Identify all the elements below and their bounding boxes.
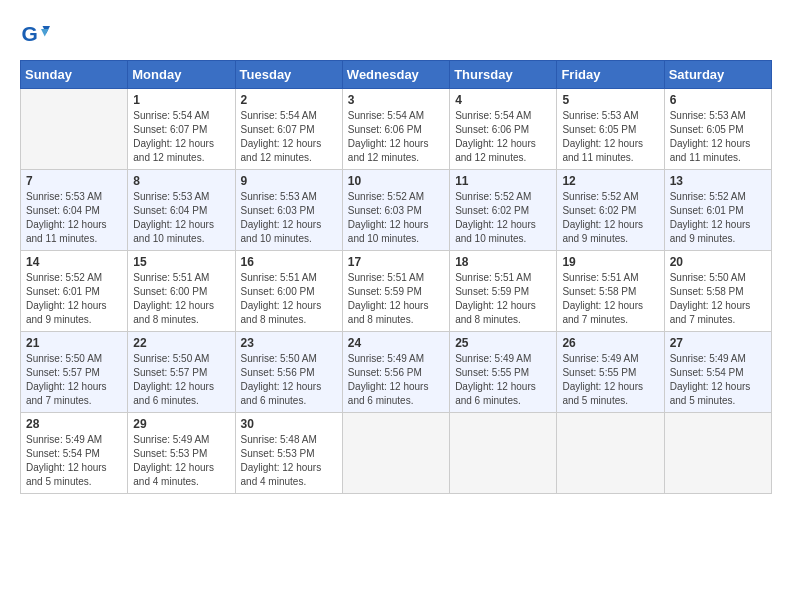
day-info: Sunrise: 5:49 AM Sunset: 5:55 PM Dayligh… <box>455 352 551 408</box>
day-number: 15 <box>133 255 229 269</box>
calendar-cell: 10Sunrise: 5:52 AM Sunset: 6:03 PM Dayli… <box>342 170 449 251</box>
day-number: 14 <box>26 255 122 269</box>
day-number: 9 <box>241 174 337 188</box>
day-number: 30 <box>241 417 337 431</box>
day-number: 27 <box>670 336 766 350</box>
day-info: Sunrise: 5:52 AM Sunset: 6:03 PM Dayligh… <box>348 190 444 246</box>
calendar-cell: 13Sunrise: 5:52 AM Sunset: 6:01 PM Dayli… <box>664 170 771 251</box>
day-number: 23 <box>241 336 337 350</box>
calendar-cell: 16Sunrise: 5:51 AM Sunset: 6:00 PM Dayli… <box>235 251 342 332</box>
calendar-cell: 18Sunrise: 5:51 AM Sunset: 5:59 PM Dayli… <box>450 251 557 332</box>
weekday-header-row: SundayMondayTuesdayWednesdayThursdayFrid… <box>21 61 772 89</box>
day-number: 7 <box>26 174 122 188</box>
calendar-cell: 17Sunrise: 5:51 AM Sunset: 5:59 PM Dayli… <box>342 251 449 332</box>
day-info: Sunrise: 5:53 AM Sunset: 6:05 PM Dayligh… <box>562 109 658 165</box>
calendar-cell: 19Sunrise: 5:51 AM Sunset: 5:58 PM Dayli… <box>557 251 664 332</box>
calendar-table: SundayMondayTuesdayWednesdayThursdayFrid… <box>20 60 772 494</box>
day-number: 10 <box>348 174 444 188</box>
calendar-week-row: 1Sunrise: 5:54 AM Sunset: 6:07 PM Daylig… <box>21 89 772 170</box>
day-info: Sunrise: 5:48 AM Sunset: 5:53 PM Dayligh… <box>241 433 337 489</box>
logo-icon: G <box>20 20 50 50</box>
calendar-cell: 23Sunrise: 5:50 AM Sunset: 5:56 PM Dayli… <box>235 332 342 413</box>
day-info: Sunrise: 5:54 AM Sunset: 6:06 PM Dayligh… <box>348 109 444 165</box>
day-info: Sunrise: 5:53 AM Sunset: 6:04 PM Dayligh… <box>26 190 122 246</box>
calendar-cell: 29Sunrise: 5:49 AM Sunset: 5:53 PM Dayli… <box>128 413 235 494</box>
weekday-header: Monday <box>128 61 235 89</box>
calendar-cell <box>21 89 128 170</box>
day-info: Sunrise: 5:49 AM Sunset: 5:54 PM Dayligh… <box>26 433 122 489</box>
day-number: 26 <box>562 336 658 350</box>
svg-text:G: G <box>22 22 38 45</box>
calendar-cell: 28Sunrise: 5:49 AM Sunset: 5:54 PM Dayli… <box>21 413 128 494</box>
weekday-header: Saturday <box>664 61 771 89</box>
calendar-cell: 27Sunrise: 5:49 AM Sunset: 5:54 PM Dayli… <box>664 332 771 413</box>
day-info: Sunrise: 5:53 AM Sunset: 6:03 PM Dayligh… <box>241 190 337 246</box>
day-info: Sunrise: 5:50 AM Sunset: 5:58 PM Dayligh… <box>670 271 766 327</box>
calendar-cell: 24Sunrise: 5:49 AM Sunset: 5:56 PM Dayli… <box>342 332 449 413</box>
day-info: Sunrise: 5:49 AM Sunset: 5:55 PM Dayligh… <box>562 352 658 408</box>
day-info: Sunrise: 5:53 AM Sunset: 6:04 PM Dayligh… <box>133 190 229 246</box>
day-number: 4 <box>455 93 551 107</box>
calendar-cell: 8Sunrise: 5:53 AM Sunset: 6:04 PM Daylig… <box>128 170 235 251</box>
day-number: 29 <box>133 417 229 431</box>
calendar-cell <box>450 413 557 494</box>
calendar-cell: 14Sunrise: 5:52 AM Sunset: 6:01 PM Dayli… <box>21 251 128 332</box>
day-info: Sunrise: 5:52 AM Sunset: 6:01 PM Dayligh… <box>670 190 766 246</box>
day-number: 1 <box>133 93 229 107</box>
calendar-cell: 25Sunrise: 5:49 AM Sunset: 5:55 PM Dayli… <box>450 332 557 413</box>
day-info: Sunrise: 5:52 AM Sunset: 6:02 PM Dayligh… <box>455 190 551 246</box>
day-number: 17 <box>348 255 444 269</box>
weekday-header: Tuesday <box>235 61 342 89</box>
calendar-cell: 21Sunrise: 5:50 AM Sunset: 5:57 PM Dayli… <box>21 332 128 413</box>
svg-marker-2 <box>41 29 49 37</box>
day-info: Sunrise: 5:50 AM Sunset: 5:56 PM Dayligh… <box>241 352 337 408</box>
calendar-cell <box>557 413 664 494</box>
day-number: 22 <box>133 336 229 350</box>
calendar-cell: 6Sunrise: 5:53 AM Sunset: 6:05 PM Daylig… <box>664 89 771 170</box>
calendar-cell: 5Sunrise: 5:53 AM Sunset: 6:05 PM Daylig… <box>557 89 664 170</box>
day-info: Sunrise: 5:52 AM Sunset: 6:02 PM Dayligh… <box>562 190 658 246</box>
calendar-cell <box>342 413 449 494</box>
day-number: 25 <box>455 336 551 350</box>
day-info: Sunrise: 5:51 AM Sunset: 5:59 PM Dayligh… <box>348 271 444 327</box>
day-number: 13 <box>670 174 766 188</box>
day-number: 5 <box>562 93 658 107</box>
calendar-cell: 2Sunrise: 5:54 AM Sunset: 6:07 PM Daylig… <box>235 89 342 170</box>
day-number: 6 <box>670 93 766 107</box>
day-info: Sunrise: 5:49 AM Sunset: 5:54 PM Dayligh… <box>670 352 766 408</box>
calendar-cell: 4Sunrise: 5:54 AM Sunset: 6:06 PM Daylig… <box>450 89 557 170</box>
weekday-header: Sunday <box>21 61 128 89</box>
day-info: Sunrise: 5:54 AM Sunset: 6:06 PM Dayligh… <box>455 109 551 165</box>
calendar-week-row: 21Sunrise: 5:50 AM Sunset: 5:57 PM Dayli… <box>21 332 772 413</box>
day-info: Sunrise: 5:54 AM Sunset: 6:07 PM Dayligh… <box>241 109 337 165</box>
day-number: 3 <box>348 93 444 107</box>
day-number: 28 <box>26 417 122 431</box>
day-number: 2 <box>241 93 337 107</box>
calendar-cell: 7Sunrise: 5:53 AM Sunset: 6:04 PM Daylig… <box>21 170 128 251</box>
calendar-cell: 12Sunrise: 5:52 AM Sunset: 6:02 PM Dayli… <box>557 170 664 251</box>
calendar-cell: 15Sunrise: 5:51 AM Sunset: 6:00 PM Dayli… <box>128 251 235 332</box>
day-number: 8 <box>133 174 229 188</box>
day-number: 18 <box>455 255 551 269</box>
day-info: Sunrise: 5:51 AM Sunset: 6:00 PM Dayligh… <box>241 271 337 327</box>
calendar-week-row: 14Sunrise: 5:52 AM Sunset: 6:01 PM Dayli… <box>21 251 772 332</box>
day-info: Sunrise: 5:50 AM Sunset: 5:57 PM Dayligh… <box>26 352 122 408</box>
weekday-header: Thursday <box>450 61 557 89</box>
day-number: 12 <box>562 174 658 188</box>
day-number: 11 <box>455 174 551 188</box>
day-info: Sunrise: 5:52 AM Sunset: 6:01 PM Dayligh… <box>26 271 122 327</box>
page-header: G <box>20 20 772 50</box>
calendar-week-row: 7Sunrise: 5:53 AM Sunset: 6:04 PM Daylig… <box>21 170 772 251</box>
day-number: 19 <box>562 255 658 269</box>
logo: G <box>20 20 52 50</box>
day-info: Sunrise: 5:51 AM Sunset: 6:00 PM Dayligh… <box>133 271 229 327</box>
day-number: 16 <box>241 255 337 269</box>
day-info: Sunrise: 5:50 AM Sunset: 5:57 PM Dayligh… <box>133 352 229 408</box>
calendar-week-row: 28Sunrise: 5:49 AM Sunset: 5:54 PM Dayli… <box>21 413 772 494</box>
calendar-cell: 30Sunrise: 5:48 AM Sunset: 5:53 PM Dayli… <box>235 413 342 494</box>
day-info: Sunrise: 5:54 AM Sunset: 6:07 PM Dayligh… <box>133 109 229 165</box>
calendar-cell: 3Sunrise: 5:54 AM Sunset: 6:06 PM Daylig… <box>342 89 449 170</box>
day-info: Sunrise: 5:51 AM Sunset: 5:58 PM Dayligh… <box>562 271 658 327</box>
calendar-cell: 9Sunrise: 5:53 AM Sunset: 6:03 PM Daylig… <box>235 170 342 251</box>
weekday-header: Friday <box>557 61 664 89</box>
